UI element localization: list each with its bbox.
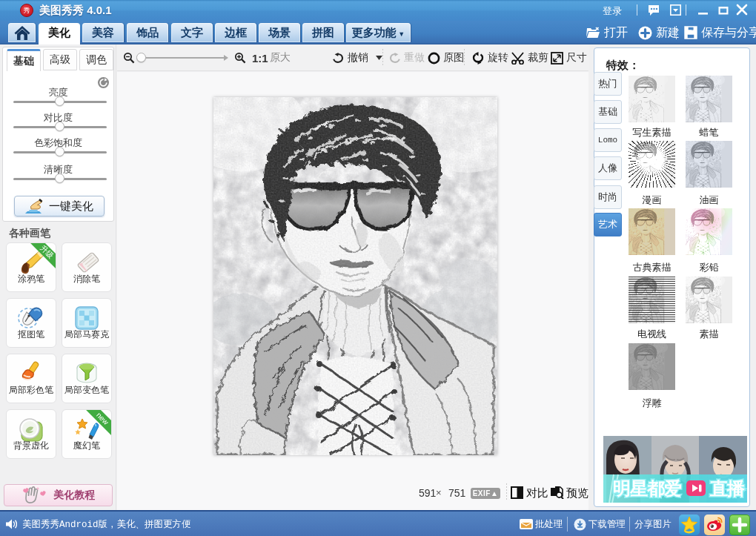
svg-text:明星都爱: 明星都爱 [613,478,681,498]
svg-text:直播: 直播 [709,478,746,498]
